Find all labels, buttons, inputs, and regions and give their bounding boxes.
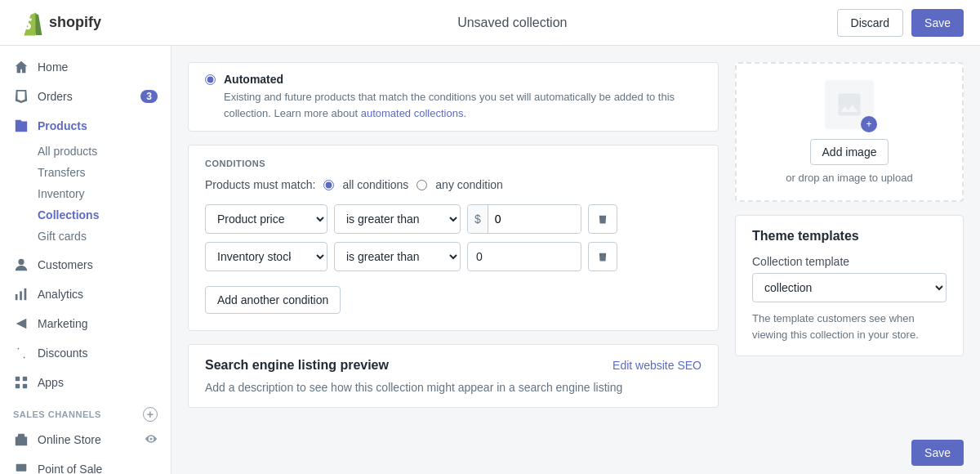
seo-card: Search engine listing preview Edit websi… (188, 344, 719, 408)
sidebar-item-customers-label: Customers (38, 258, 93, 271)
drop-text: or drop an image to upload (786, 172, 912, 184)
condition-1-input-container: $ (467, 204, 581, 234)
store-icon (13, 432, 29, 448)
logo-text: shopify (49, 14, 101, 31)
products-icon (13, 118, 29, 134)
all-conditions-radio[interactable] (323, 180, 334, 190)
sidebar-item-home[interactable]: Home (0, 52, 171, 82)
seo-description: Add a description to see how this collec… (205, 381, 702, 394)
sidebar-item-analytics[interactable]: Analytics (0, 279, 171, 309)
condition-2-field-select[interactable]: Product price Product title Product type… (205, 242, 327, 271)
sidebar-item-marketing-label: Marketing (38, 317, 87, 330)
sidebar-item-online-store-label: Online Store (38, 433, 101, 446)
automated-radio[interactable] (205, 74, 216, 85)
any-condition-radio[interactable] (416, 180, 427, 190)
automated-link[interactable]: automated collections. (361, 107, 466, 119)
svg-rect-4 (16, 377, 20, 381)
condition-1-operator-select[interactable]: is equal to is greater than is less than… (334, 204, 461, 234)
shopify-logo-icon (16, 10, 42, 36)
subnav-gift-cards[interactable]: Gift cards (38, 226, 171, 247)
sidebar-item-orders-label: Orders (38, 90, 73, 103)
condition-2-value-input[interactable] (467, 242, 581, 271)
svg-rect-5 (23, 377, 27, 381)
seo-title: Search engine listing preview (205, 358, 389, 373)
automated-text: Automated Existing and future products t… (224, 73, 702, 121)
subnav-all-products[interactable]: All products (38, 141, 171, 162)
sidebar-item-apps-label: Apps (38, 376, 64, 389)
condition-1-field-select[interactable]: Product price Product title Product type… (205, 204, 327, 234)
condition-1-value-input[interactable] (488, 205, 581, 233)
condition-2-delete-button[interactable] (588, 242, 617, 271)
bottom-bar: Save (895, 432, 980, 474)
add-channel-button[interactable]: + (143, 407, 158, 422)
orders-icon (13, 88, 29, 105)
add-image-button[interactable]: Add image (810, 139, 889, 165)
subnav-collections[interactable]: Collections (38, 204, 171, 226)
condition-1-input-prefix: $ (468, 205, 488, 233)
sidebar-item-home-label: Home (38, 60, 68, 74)
analytics-icon (13, 286, 29, 302)
subnav-inventory[interactable]: Inventory (38, 183, 171, 204)
collection-template-label: Collection template (752, 255, 947, 268)
logo-area: shopify (16, 10, 188, 36)
match-row: Products must match: all conditions any … (205, 178, 702, 191)
sidebar-item-discounts-label: Discounts (38, 347, 87, 360)
theme-templates-card: Theme templates Collection template coll… (735, 215, 964, 356)
discounts-icon (13, 345, 29, 361)
sidebar-item-online-store[interactable]: Online Store (0, 425, 171, 454)
pos-icon (13, 461, 29, 474)
svg-rect-2 (20, 291, 22, 300)
sidebar-item-products[interactable]: Products (0, 111, 171, 141)
seo-edit-link[interactable]: Edit website SEO (612, 359, 702, 372)
conditions-label: CONDITIONS (205, 159, 702, 168)
upload-plus-icon: + (861, 116, 877, 132)
theme-templates-title: Theme templates (752, 229, 947, 244)
svg-rect-7 (23, 384, 27, 388)
sidebar-item-point-of-sale[interactable]: Point of Sale (0, 454, 171, 474)
add-condition-button[interactable]: Add another condition (205, 286, 341, 314)
automated-description: Existing and future products that match … (224, 89, 702, 121)
condition-row-2: Product price Product title Product type… (205, 242, 702, 271)
sidebar-item-orders[interactable]: Orders 3 (0, 82, 171, 111)
sidebar-item-discounts[interactable]: Discounts (0, 338, 171, 368)
image-placeholder-icon (835, 90, 864, 119)
apps-icon (13, 374, 29, 391)
page-title: Unsaved collection (188, 16, 837, 30)
subnav-transfers[interactable]: Transfers (38, 162, 171, 183)
save-bottom-button[interactable]: Save (911, 440, 964, 466)
seo-header: Search engine listing preview Edit websi… (205, 358, 702, 373)
marketing-icon (13, 315, 29, 332)
automated-section: Automated Existing and future products t… (188, 62, 719, 132)
automated-label: Automated (224, 73, 702, 86)
sidebar-item-marketing[interactable]: Marketing (0, 309, 171, 338)
any-condition-label: any condition (435, 178, 503, 191)
image-upload-card: + Add image or drop an image to upload (735, 62, 964, 202)
condition-1-delete-button[interactable] (588, 204, 617, 234)
center-column: Automated Existing and future products t… (188, 62, 719, 458)
main-content: Automated Existing and future products t… (172, 46, 980, 474)
match-label: Products must match: (205, 178, 315, 191)
orders-badge: 3 (140, 90, 158, 103)
products-subnav: All products Transfers Inventory Collect… (0, 141, 171, 250)
save-top-button[interactable]: Save (911, 9, 964, 37)
image-placeholder: + (825, 80, 874, 129)
svg-rect-3 (24, 288, 27, 300)
sidebar-item-apps[interactable]: Apps (0, 368, 171, 397)
collection-template-select[interactable]: collection collection.featured collectio… (752, 273, 947, 302)
sidebar-item-pos-label: Point of Sale (38, 463, 102, 474)
svg-rect-1 (16, 294, 18, 300)
sidebar: Home Orders 3 Products All products Tran… (0, 46, 172, 474)
trash-icon (597, 213, 608, 225)
theme-description: The template customers see when viewing … (752, 311, 947, 342)
all-conditions-label: all conditions (342, 178, 408, 191)
condition-row-1: Product price Product title Product type… (205, 204, 702, 234)
right-column: + Add image or drop an image to upload T… (735, 62, 964, 458)
discard-button[interactable]: Discard (837, 9, 903, 37)
home-icon (13, 59, 29, 75)
trash-icon-2 (597, 251, 608, 262)
condition-2-operator-select[interactable]: is equal to is greater than is less than… (334, 242, 461, 271)
online-store-visibility-icon (145, 432, 158, 448)
svg-point-0 (18, 259, 24, 265)
sidebar-item-analytics-label: Analytics (38, 288, 83, 301)
sidebar-item-customers[interactable]: Customers (0, 250, 171, 279)
